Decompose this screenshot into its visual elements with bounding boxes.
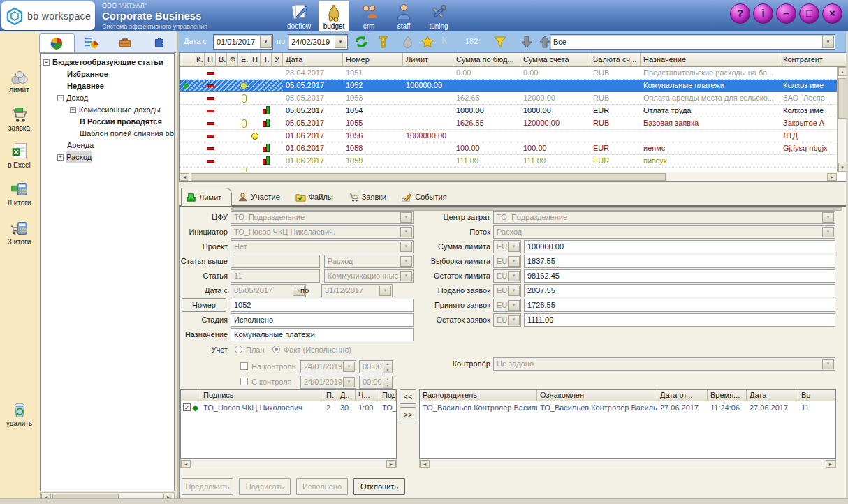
oncontrol-time-field[interactable]: 00:00 — [359, 360, 393, 373]
chevron-down-icon[interactable] — [508, 256, 520, 267]
time-spinner-icon[interactable] — [383, 361, 392, 373]
tab-requests[interactable]: Заявки — [344, 188, 397, 206]
column-header[interactable]: Номер — [343, 53, 403, 67]
submitted-field[interactable]: 2837.55 — [524, 284, 835, 297]
module-budget[interactable]: budget — [319, 1, 349, 31]
table-row[interactable]: 05.05.2017 1055 1626.55 120000.00 RUB Ба… — [180, 117, 847, 130]
chevron-down-icon[interactable] — [400, 256, 412, 267]
fact-radio[interactable] — [272, 346, 280, 353]
tree-item-rent[interactable]: Аренда — [42, 140, 174, 151]
scroll-left-icon[interactable]: ◄ — [180, 173, 189, 181]
purpose-field[interactable]: Комунальные платежи — [231, 328, 414, 341]
grid-horizontal-scrollbar[interactable]: ◄ ► — [180, 172, 837, 181]
column-header[interactable]: Валюта сч... — [590, 53, 641, 67]
signature-table-scrollbar[interactable]: ◄ ► — [180, 459, 397, 468]
column-header[interactable]: Ознакомлен — [537, 390, 657, 401]
chevron-down-icon[interactable] — [822, 212, 834, 223]
chevron-down-icon[interactable] — [400, 242, 412, 252]
chevron-down-icon[interactable] — [822, 36, 834, 48]
column-header[interactable]: П — [205, 53, 216, 67]
expand-icon[interactable] — [70, 107, 76, 113]
column-header[interactable]: Сумма по бюд... — [453, 53, 520, 67]
transfer-right-button[interactable]: >> — [400, 407, 416, 422]
chevron-down-icon[interactable] — [508, 286, 520, 296]
column-header[interactable]: Дата — [283, 53, 343, 67]
collapse-icon[interactable] — [57, 95, 64, 101]
chevron-down-icon[interactable] — [260, 36, 272, 48]
article-code-field[interactable]: 11 — [231, 269, 320, 283]
column-header[interactable]: Подпис — [379, 390, 396, 401]
column-header[interactable]: Распорядитель — [420, 390, 537, 401]
limit-used-field[interactable]: 1837.55 — [524, 255, 835, 268]
sidebar-item-limit-totals[interactable]: Л.итоги — [0, 179, 38, 207]
controller-table-scrollbar[interactable]: ◄ ► — [419, 459, 836, 468]
tab-participation[interactable]: Участие — [233, 188, 290, 206]
table-row[interactable]: 01.06.2017 1059 111.00 111.00 EUR пивсук — [180, 155, 847, 168]
offcontrol-time-field[interactable]: 00:00 — [359, 376, 393, 389]
sidebar-item-request[interactable]: заявка — [0, 105, 38, 132]
checked-checkbox[interactable]: ✓ — [183, 403, 191, 411]
chevron-down-icon[interactable] — [508, 300, 520, 311]
scroll-left-icon[interactable]: ◄ — [420, 460, 430, 468]
tree-item-commission-income[interactable]: Комиссионные доходы — [42, 104, 174, 116]
module-crm[interactable]: crm — [353, 1, 384, 31]
chevron-down-icon[interactable] — [400, 212, 412, 223]
column-header[interactable] — [180, 53, 193, 67]
offcontrol-checkbox[interactable] — [240, 378, 248, 385]
move-down-button[interactable] — [520, 34, 534, 50]
help-button[interactable]: ? — [730, 3, 750, 24]
chevron-down-icon[interactable] — [343, 377, 355, 387]
chevron-down-icon[interactable] — [400, 271, 412, 281]
tree-item-recent[interactable]: Недавнее — [42, 80, 174, 92]
propose-button[interactable]: Предложить — [182, 478, 233, 495]
date-from-select[interactable]: 01/01/2017 — [213, 34, 273, 50]
k-button[interactable]: К — [441, 35, 448, 46]
table-row[interactable]: 01.06.2017 1056 1000000.00 ЛТД — [180, 130, 847, 142]
cost-center-select[interactable]: ТО_Подразделение — [493, 211, 835, 224]
maximize-button[interactable]: □ — [799, 3, 819, 24]
info-button[interactable]: i — [753, 3, 773, 24]
flame-button[interactable] — [401, 34, 415, 50]
minimize-button[interactable]: – — [776, 3, 796, 24]
module-docflow[interactable]: docflow — [284, 1, 314, 31]
table-row[interactable]: 05.05.2017 1053 162.65 12000.00 RUB Опла… — [180, 92, 847, 105]
time-spinner-icon[interactable] — [383, 376, 392, 388]
tree-item-root[interactable]: Бюджетообразующие статьи — [42, 57, 174, 68]
controller-select[interactable]: Не задано — [493, 357, 835, 371]
offcontrol-date-select[interactable]: 24/01/2019 — [300, 376, 356, 389]
tree-item-expense[interactable]: Расход — [42, 151, 174, 163]
number-field[interactable]: 1052 — [231, 299, 414, 312]
module-staff[interactable]: staff — [388, 1, 419, 31]
article-select[interactable]: Коммуникационные расходы — [324, 269, 414, 283]
table-row[interactable]: 01.06.2017 1058 100.00 100.00 EUR иепмс … — [180, 142, 847, 155]
table-row[interactable]: 28.04.2017 1051 0.00 0.00 RUB Представит… — [180, 67, 847, 80]
collapse-icon[interactable] — [43, 59, 50, 66]
chevron-down-icon[interactable] — [508, 242, 520, 252]
chevron-down-icon[interactable] — [508, 271, 520, 281]
table-row[interactable]: ТО_Васильев Контролер Васильевич ТО_Васи… — [420, 401, 835, 414]
module-tuning[interactable]: tuning — [423, 1, 454, 31]
oncontrol-checkbox[interactable] — [240, 362, 248, 370]
tree-tab-reports[interactable] — [75, 33, 109, 52]
column-header[interactable]: Подпись — [200, 390, 323, 401]
table-row[interactable]: 05.05.2017 1054 1000.00 1000.00 EUR Отла… — [180, 105, 847, 117]
favorite-button[interactable] — [421, 34, 434, 50]
form-date-to-select[interactable]: 31/12/2017 — [321, 284, 393, 297]
tab-events[interactable]: События — [397, 188, 456, 206]
tree-item-income[interactable]: Доход — [42, 92, 174, 104]
accepted-field[interactable]: 1726.55 — [524, 299, 835, 312]
ruler-button[interactable] — [376, 34, 390, 50]
article-above-code-field[interactable] — [231, 255, 320, 268]
expand-icon[interactable] — [57, 154, 64, 161]
sign-button[interactable]: Подписать — [239, 478, 291, 495]
flow-select[interactable]: Расход — [493, 225, 835, 239]
requests-rest-currency-select[interactable]: EUR — [493, 313, 521, 327]
column-header[interactable]: Контрагент — [780, 53, 847, 67]
column-header[interactable]: Дата от... — [657, 390, 708, 401]
scroll-right-icon[interactable]: ► — [826, 460, 835, 468]
scope-select[interactable]: Все — [550, 34, 835, 50]
executed-button[interactable]: Исполнено — [296, 478, 348, 495]
tree-item-favorites[interactable]: Избранное — [42, 68, 174, 80]
oncontrol-date-select[interactable]: 24/01/2019 — [300, 360, 356, 373]
column-header[interactable]: У — [272, 53, 283, 67]
